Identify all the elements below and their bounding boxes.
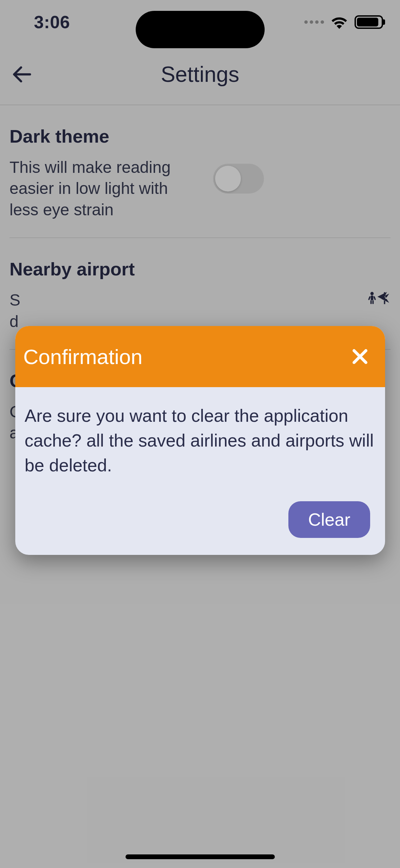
modal-message: Are sure you want to clear the applicati… xyxy=(25,403,376,477)
modal-body: Are sure you want to clear the applicati… xyxy=(15,387,385,491)
confirmation-modal: Confirmation Are sure you want to clear … xyxy=(15,326,385,555)
modal-title: Confirmation xyxy=(23,345,142,369)
close-button[interactable] xyxy=(346,343,374,370)
modal-overlay[interactable]: Confirmation Are sure you want to clear … xyxy=(0,0,400,868)
modal-actions: Clear xyxy=(15,491,385,555)
clear-button[interactable]: Clear xyxy=(288,501,370,538)
close-icon xyxy=(350,346,370,367)
home-indicator xyxy=(126,854,275,859)
modal-header: Confirmation xyxy=(15,326,385,387)
